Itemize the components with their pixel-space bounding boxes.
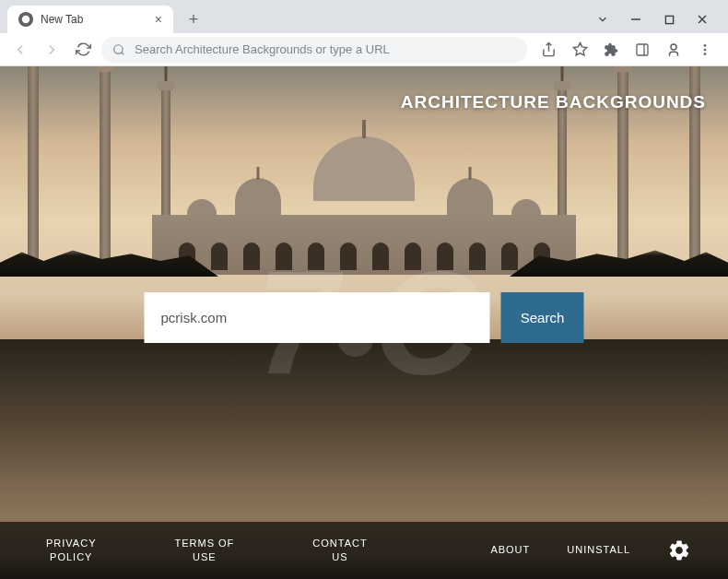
about-link[interactable]: ABOUT bbox=[490, 543, 530, 557]
tab-title: New Tab bbox=[41, 13, 83, 26]
svg-line-6 bbox=[122, 52, 124, 54]
browser-chrome: New Tab × + Search Architecture Backgrou… bbox=[0, 0, 728, 66]
minimize-icon[interactable] bbox=[627, 10, 645, 29]
terms-of-use-link[interactable]: TERMS OF USE bbox=[174, 537, 234, 565]
brand-title: ARCHITECTURE BACKGROUNDS bbox=[401, 92, 706, 112]
uninstall-link[interactable]: UNINSTALL bbox=[567, 543, 630, 557]
browser-tab[interactable]: New Tab × bbox=[7, 6, 173, 33]
settings-gear-icon[interactable] bbox=[667, 538, 691, 562]
forward-button[interactable] bbox=[39, 37, 65, 63]
search-container: Search bbox=[145, 292, 584, 343]
bookmark-icon[interactable] bbox=[568, 38, 592, 62]
close-tab-icon[interactable]: × bbox=[155, 12, 162, 27]
svg-point-0 bbox=[22, 16, 29, 23]
extensions-icon[interactable] bbox=[599, 38, 623, 62]
omnibox-placeholder: Search Architecture Backgrounds or type … bbox=[135, 42, 390, 56]
search-button[interactable]: Search bbox=[501, 292, 584, 343]
close-window-icon[interactable] bbox=[693, 10, 711, 29]
profile-icon[interactable] bbox=[662, 38, 686, 62]
chevron-down-icon[interactable] bbox=[593, 10, 612, 29]
maximize-icon[interactable] bbox=[660, 10, 678, 29]
svg-marker-7 bbox=[573, 42, 586, 54]
search-input[interactable] bbox=[145, 292, 490, 343]
svg-point-10 bbox=[671, 44, 676, 50]
footer: PRIVACY POLICY TERMS OF USE CONTACT US A… bbox=[0, 522, 728, 579]
page-content: 7●C ARCHITECTURE BACKGROUNDS Search PRIV… bbox=[0, 66, 728, 579]
privacy-policy-link[interactable]: PRIVACY POLICY bbox=[46, 537, 96, 565]
address-bar: Search Architecture Backgrounds or type … bbox=[0, 33, 728, 66]
tab-bar: New Tab × + bbox=[0, 0, 728, 33]
back-button[interactable] bbox=[7, 37, 33, 63]
menu-icon[interactable] bbox=[693, 38, 717, 62]
share-icon[interactable] bbox=[536, 38, 560, 62]
svg-point-13 bbox=[704, 53, 707, 55]
svg-rect-8 bbox=[637, 44, 648, 55]
svg-rect-2 bbox=[665, 16, 673, 23]
contact-us-link[interactable]: CONTACT US bbox=[312, 537, 367, 565]
window-controls bbox=[593, 10, 721, 29]
search-icon bbox=[112, 43, 125, 56]
sidepanel-icon[interactable] bbox=[630, 38, 654, 62]
svg-point-5 bbox=[114, 44, 123, 53]
reload-button[interactable] bbox=[70, 37, 96, 63]
svg-point-12 bbox=[704, 48, 707, 51]
svg-point-11 bbox=[704, 44, 707, 47]
omnibox[interactable]: Search Architecture Backgrounds or type … bbox=[101, 37, 527, 63]
tab-favicon bbox=[18, 12, 33, 27]
new-tab-button[interactable]: + bbox=[182, 10, 205, 30]
